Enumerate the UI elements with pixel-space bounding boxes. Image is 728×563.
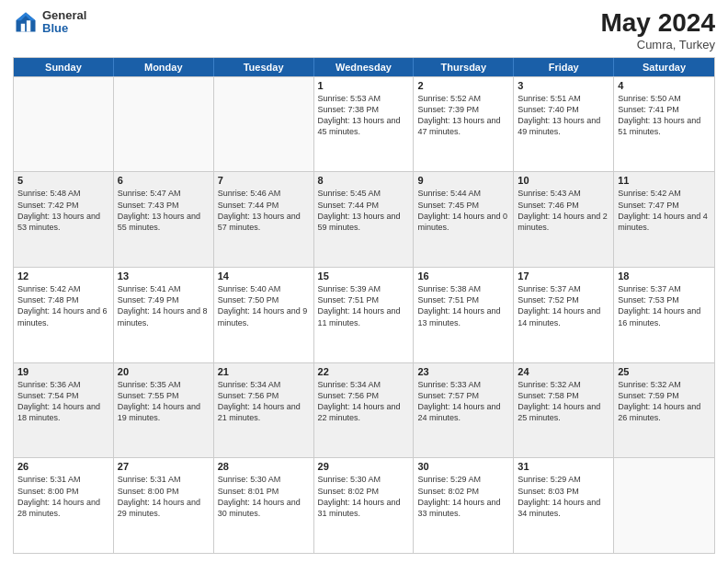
cell-info: Sunrise: 5:38 AM Sunset: 7:51 PM Dayligh…: [417, 283, 509, 328]
day-cell-17: 17Sunrise: 5:37 AM Sunset: 7:52 PM Dayli…: [514, 268, 614, 362]
calendar: SundayMondayTuesdayWednesdayThursdayFrid…: [13, 57, 715, 554]
day-cell-4: 4Sunrise: 5:50 AM Sunset: 7:41 PM Daylig…: [614, 77, 714, 172]
cell-info: Sunrise: 5:29 AM Sunset: 8:03 PM Dayligh…: [518, 474, 609, 519]
day-number: 17: [518, 270, 609, 282]
cell-info: Sunrise: 5:53 AM Sunset: 7:38 PM Dayligh…: [318, 93, 410, 138]
day-cell-19: 19Sunrise: 5:36 AM Sunset: 7:54 PM Dayli…: [14, 363, 114, 458]
calendar-body: 1Sunrise: 5:53 AM Sunset: 7:38 PM Daylig…: [14, 76, 714, 553]
day-cell-12: 12Sunrise: 5:42 AM Sunset: 7:48 PM Dayli…: [14, 268, 114, 362]
day-cell-26: 26Sunrise: 5:31 AM Sunset: 8:00 PM Dayli…: [14, 458, 114, 553]
day-cell-24: 24Sunrise: 5:32 AM Sunset: 7:58 PM Dayli…: [514, 363, 614, 458]
day-number: 4: [618, 80, 711, 91]
cell-info: Sunrise: 5:32 AM Sunset: 7:59 PM Dayligh…: [618, 379, 711, 424]
day-number: 24: [518, 366, 609, 377]
day-cell-7: 7Sunrise: 5:46 AM Sunset: 7:44 PM Daylig…: [214, 172, 314, 267]
cell-info: Sunrise: 5:32 AM Sunset: 7:58 PM Dayligh…: [518, 379, 609, 424]
logo-text: General Blue: [42, 9, 86, 36]
day-number: 8: [318, 175, 410, 186]
day-cell-23: 23Sunrise: 5:33 AM Sunset: 7:57 PM Dayli…: [414, 363, 514, 458]
calendar-week-2: 5Sunrise: 5:48 AM Sunset: 7:42 PM Daylig…: [14, 171, 714, 267]
day-number: 14: [218, 270, 310, 282]
day-number: 27: [118, 461, 210, 472]
day-cell-30: 30Sunrise: 5:29 AM Sunset: 8:02 PM Dayli…: [414, 458, 514, 553]
day-number: 2: [417, 80, 509, 91]
cell-info: Sunrise: 5:51 AM Sunset: 7:40 PM Dayligh…: [518, 93, 609, 138]
cell-info: Sunrise: 5:31 AM Sunset: 8:00 PM Dayligh…: [17, 474, 109, 519]
logo-general-text: General: [42, 9, 86, 22]
empty-cell: [614, 458, 714, 553]
page: General Blue May 2024 Cumra, Turkey Sund…: [0, 0, 728, 563]
day-cell-20: 20Sunrise: 5:35 AM Sunset: 7:55 PM Dayli…: [114, 363, 214, 458]
day-number: 1: [318, 80, 410, 91]
cell-info: Sunrise: 5:29 AM Sunset: 8:02 PM Dayligh…: [417, 474, 509, 519]
day-cell-25: 25Sunrise: 5:32 AM Sunset: 7:59 PM Dayli…: [614, 363, 714, 458]
cell-info: Sunrise: 5:35 AM Sunset: 7:55 PM Dayligh…: [118, 379, 210, 424]
day-cell-9: 9Sunrise: 5:44 AM Sunset: 7:45 PM Daylig…: [414, 172, 514, 267]
day-number: 28: [218, 461, 310, 472]
day-cell-16: 16Sunrise: 5:38 AM Sunset: 7:51 PM Dayli…: [414, 268, 514, 362]
cell-info: Sunrise: 5:30 AM Sunset: 8:02 PM Dayligh…: [318, 474, 410, 519]
day-number: 11: [618, 175, 711, 186]
day-cell-22: 22Sunrise: 5:34 AM Sunset: 7:56 PM Dayli…: [314, 363, 415, 458]
cell-info: Sunrise: 5:52 AM Sunset: 7:39 PM Dayligh…: [417, 93, 509, 138]
cell-info: Sunrise: 5:34 AM Sunset: 7:56 PM Dayligh…: [218, 379, 310, 424]
day-number: 18: [618, 270, 711, 282]
day-number: 13: [118, 270, 210, 282]
header-day-saturday: Saturday: [614, 58, 714, 76]
day-cell-6: 6Sunrise: 5:47 AM Sunset: 7:43 PM Daylig…: [114, 172, 214, 267]
day-number: 7: [218, 175, 310, 186]
day-cell-29: 29Sunrise: 5:30 AM Sunset: 8:02 PM Dayli…: [314, 458, 415, 553]
empty-cell: [214, 77, 314, 172]
title-block: May 2024 Cumra, Turkey: [600, 9, 715, 52]
cell-info: Sunrise: 5:44 AM Sunset: 7:45 PM Dayligh…: [417, 188, 509, 233]
cell-info: Sunrise: 5:43 AM Sunset: 7:46 PM Dayligh…: [518, 188, 609, 233]
day-cell-10: 10Sunrise: 5:43 AM Sunset: 7:46 PM Dayli…: [514, 172, 614, 267]
day-cell-27: 27Sunrise: 5:31 AM Sunset: 8:00 PM Dayli…: [114, 458, 214, 553]
cell-info: Sunrise: 5:41 AM Sunset: 7:49 PM Dayligh…: [118, 283, 210, 328]
cell-info: Sunrise: 5:39 AM Sunset: 7:51 PM Dayligh…: [318, 283, 410, 328]
day-cell-15: 15Sunrise: 5:39 AM Sunset: 7:51 PM Dayli…: [314, 268, 415, 362]
day-cell-3: 3Sunrise: 5:51 AM Sunset: 7:40 PM Daylig…: [514, 77, 614, 172]
cell-info: Sunrise: 5:33 AM Sunset: 7:57 PM Dayligh…: [417, 379, 509, 424]
svg-rect-3: [27, 21, 30, 32]
logo-icon: [13, 9, 39, 35]
day-number: 31: [518, 461, 609, 472]
header-day-sunday: Sunday: [14, 58, 114, 76]
header-day-wednesday: Wednesday: [314, 58, 415, 76]
header-day-friday: Friday: [514, 58, 614, 76]
day-number: 9: [417, 175, 509, 186]
day-number: 21: [218, 366, 310, 377]
day-cell-13: 13Sunrise: 5:41 AM Sunset: 7:49 PM Dayli…: [114, 268, 214, 362]
day-cell-14: 14Sunrise: 5:40 AM Sunset: 7:50 PM Dayli…: [214, 268, 314, 362]
day-cell-18: 18Sunrise: 5:37 AM Sunset: 7:53 PM Dayli…: [614, 268, 714, 362]
cell-info: Sunrise: 5:42 AM Sunset: 7:47 PM Dayligh…: [618, 188, 711, 233]
calendar-header-row: SundayMondayTuesdayWednesdayThursdayFrid…: [14, 58, 714, 76]
cell-info: Sunrise: 5:48 AM Sunset: 7:42 PM Dayligh…: [17, 188, 109, 233]
day-number: 26: [17, 461, 109, 472]
header-day-thursday: Thursday: [414, 58, 514, 76]
location: Cumra, Turkey: [600, 38, 715, 52]
day-number: 30: [417, 461, 509, 472]
day-cell-1: 1Sunrise: 5:53 AM Sunset: 7:38 PM Daylig…: [314, 77, 415, 172]
cell-info: Sunrise: 5:42 AM Sunset: 7:48 PM Dayligh…: [17, 283, 109, 328]
calendar-week-5: 26Sunrise: 5:31 AM Sunset: 8:00 PM Dayli…: [14, 457, 714, 553]
day-cell-31: 31Sunrise: 5:29 AM Sunset: 8:03 PM Dayli…: [514, 458, 614, 553]
month-year: May 2024: [600, 9, 715, 38]
day-number: 6: [118, 175, 210, 186]
day-number: 3: [518, 80, 609, 91]
day-cell-8: 8Sunrise: 5:45 AM Sunset: 7:44 PM Daylig…: [314, 172, 415, 267]
header-day-tuesday: Tuesday: [214, 58, 314, 76]
day-number: 25: [618, 366, 711, 377]
logo: General Blue: [13, 9, 86, 36]
header-day-monday: Monday: [114, 58, 214, 76]
cell-info: Sunrise: 5:31 AM Sunset: 8:00 PM Dayligh…: [118, 474, 210, 519]
cell-info: Sunrise: 5:30 AM Sunset: 8:01 PM Dayligh…: [218, 474, 310, 519]
svg-rect-2: [21, 24, 25, 32]
day-cell-2: 2Sunrise: 5:52 AM Sunset: 7:39 PM Daylig…: [414, 77, 514, 172]
day-cell-21: 21Sunrise: 5:34 AM Sunset: 7:56 PM Dayli…: [214, 363, 314, 458]
cell-info: Sunrise: 5:45 AM Sunset: 7:44 PM Dayligh…: [318, 188, 410, 233]
day-number: 15: [318, 270, 410, 282]
day-number: 20: [118, 366, 210, 377]
cell-info: Sunrise: 5:37 AM Sunset: 7:52 PM Dayligh…: [518, 283, 609, 328]
day-cell-28: 28Sunrise: 5:30 AM Sunset: 8:01 PM Dayli…: [214, 458, 314, 553]
